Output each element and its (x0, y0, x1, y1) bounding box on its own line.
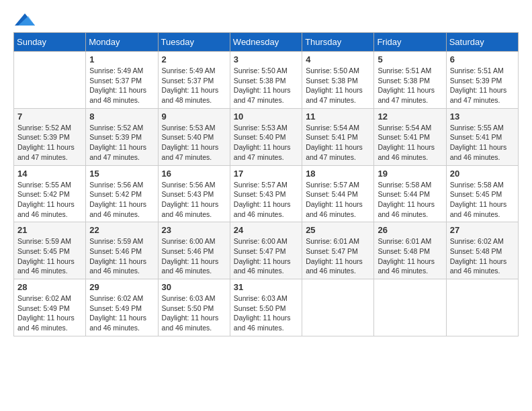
day-number: 31 (234, 282, 298, 292)
calendar-week-4: 21Sunrise: 5:59 AMSunset: 5:45 PMDayligh… (14, 222, 519, 279)
day-number: 9 (162, 111, 226, 122)
day-header-friday: Friday (374, 33, 446, 52)
calendar-cell: 12Sunrise: 5:54 AMSunset: 5:41 PMDayligh… (374, 108, 446, 165)
calendar-cell: 5Sunrise: 5:51 AMSunset: 5:38 PMDaylight… (374, 52, 446, 109)
calendar-cell: 19Sunrise: 5:58 AMSunset: 5:44 PMDayligh… (374, 165, 446, 222)
calendar-cell: 15Sunrise: 5:56 AMSunset: 5:42 PMDayligh… (86, 165, 158, 222)
calendar-cell: 11Sunrise: 5:54 AMSunset: 5:41 PMDayligh… (302, 108, 374, 165)
day-info: Sunrise: 6:00 AMSunset: 5:47 PMDaylight:… (234, 236, 298, 276)
day-number: 23 (162, 225, 226, 235)
day-info: Sunrise: 5:57 AMSunset: 5:44 PMDaylight:… (306, 180, 370, 220)
day-info: Sunrise: 5:56 AMSunset: 5:43 PMDaylight:… (162, 180, 226, 220)
calendar-cell: 21Sunrise: 5:59 AMSunset: 5:45 PMDayligh… (14, 222, 86, 279)
calendar-cell: 28Sunrise: 6:02 AMSunset: 5:49 PMDayligh… (14, 279, 86, 336)
day-info: Sunrise: 5:51 AMSunset: 5:39 PMDaylight:… (450, 66, 515, 105)
day-number: 27 (450, 225, 515, 235)
calendar-week-3: 14Sunrise: 5:55 AMSunset: 5:42 PMDayligh… (14, 165, 519, 222)
calendar-cell: 23Sunrise: 6:00 AMSunset: 5:46 PMDayligh… (158, 222, 230, 279)
calendar-cell: 26Sunrise: 6:01 AMSunset: 5:48 PMDayligh… (374, 222, 446, 279)
calendar-cell: 7Sunrise: 5:52 AMSunset: 5:39 PMDaylight… (14, 108, 86, 165)
day-number: 15 (89, 169, 154, 179)
logo-icon (15, 13, 35, 26)
day-number: 28 (17, 282, 82, 292)
day-number: 3 (234, 54, 298, 64)
calendar-cell: 18Sunrise: 5:57 AMSunset: 5:44 PMDayligh… (302, 165, 374, 222)
day-number: 17 (234, 169, 298, 179)
logo (13, 13, 35, 26)
calendar-cell: 1Sunrise: 5:49 AMSunset: 5:37 PMDaylight… (86, 52, 158, 109)
day-number: 14 (17, 169, 82, 179)
day-info: Sunrise: 5:53 AMSunset: 5:40 PMDaylight:… (234, 123, 298, 163)
day-info: Sunrise: 5:58 AMSunset: 5:45 PMDaylight:… (450, 180, 515, 220)
day-info: Sunrise: 5:55 AMSunset: 5:41 PMDaylight:… (450, 123, 515, 163)
calendar: SundayMondayTuesdayWednesdayThursdayFrid… (13, 32, 519, 336)
day-number: 13 (450, 111, 515, 122)
day-number: 4 (306, 54, 370, 64)
day-number: 18 (306, 169, 370, 179)
calendar-cell: 3Sunrise: 5:50 AMSunset: 5:38 PMDaylight… (230, 52, 302, 109)
day-number: 24 (234, 225, 298, 235)
day-info: Sunrise: 5:55 AMSunset: 5:42 PMDaylight:… (17, 180, 82, 220)
day-info: Sunrise: 5:52 AMSunset: 5:39 PMDaylight:… (89, 123, 154, 163)
day-info: Sunrise: 5:51 AMSunset: 5:38 PMDaylight:… (378, 66, 442, 105)
day-number: 26 (378, 225, 442, 235)
day-number: 11 (306, 111, 370, 122)
calendar-cell: 27Sunrise: 6:02 AMSunset: 5:48 PMDayligh… (446, 222, 518, 279)
day-info: Sunrise: 5:57 AMSunset: 5:43 PMDaylight:… (234, 180, 298, 220)
calendar-cell: 14Sunrise: 5:55 AMSunset: 5:42 PMDayligh… (14, 165, 86, 222)
day-header-thursday: Thursday (302, 33, 374, 52)
day-number: 21 (17, 225, 82, 235)
day-number: 10 (234, 111, 298, 122)
day-info: Sunrise: 6:02 AMSunset: 5:49 PMDaylight:… (89, 293, 154, 333)
day-number: 1 (89, 54, 154, 64)
day-info: Sunrise: 5:53 AMSunset: 5:40 PMDaylight:… (162, 123, 226, 163)
calendar-cell: 9Sunrise: 5:53 AMSunset: 5:40 PMDaylight… (158, 108, 230, 165)
day-header-monday: Monday (86, 33, 158, 52)
calendar-cell: 31Sunrise: 6:03 AMSunset: 5:50 PMDayligh… (230, 279, 302, 336)
calendar-cell: 22Sunrise: 5:59 AMSunset: 5:46 PMDayligh… (86, 222, 158, 279)
day-header-wednesday: Wednesday (230, 33, 302, 52)
calendar-cell: 29Sunrise: 6:02 AMSunset: 5:49 PMDayligh… (86, 279, 158, 336)
calendar-cell: 4Sunrise: 5:50 AMSunset: 5:38 PMDaylight… (302, 52, 374, 109)
day-number: 25 (306, 225, 370, 235)
day-header-saturday: Saturday (446, 33, 518, 52)
calendar-cell (302, 279, 374, 336)
calendar-cell: 8Sunrise: 5:52 AMSunset: 5:39 PMDaylight… (86, 108, 158, 165)
calendar-cell (374, 279, 446, 336)
calendar-week-2: 7Sunrise: 5:52 AMSunset: 5:39 PMDaylight… (14, 108, 519, 165)
calendar-cell: 25Sunrise: 6:01 AMSunset: 5:47 PMDayligh… (302, 222, 374, 279)
day-number: 20 (450, 169, 515, 179)
calendar-cell: 2Sunrise: 5:49 AMSunset: 5:37 PMDaylight… (158, 52, 230, 109)
day-info: Sunrise: 5:59 AMSunset: 5:45 PMDaylight:… (17, 236, 82, 276)
calendar-cell: 13Sunrise: 5:55 AMSunset: 5:41 PMDayligh… (446, 108, 518, 165)
day-number: 7 (17, 111, 82, 122)
calendar-cell: 30Sunrise: 6:03 AMSunset: 5:50 PMDayligh… (158, 279, 230, 336)
day-info: Sunrise: 6:00 AMSunset: 5:46 PMDaylight:… (162, 236, 226, 276)
day-number: 29 (89, 282, 154, 292)
day-info: Sunrise: 5:50 AMSunset: 5:38 PMDaylight:… (306, 66, 370, 105)
day-number: 16 (162, 169, 226, 179)
day-number: 19 (378, 169, 442, 179)
day-number: 6 (450, 54, 515, 64)
day-info: Sunrise: 6:02 AMSunset: 5:49 PMDaylight:… (17, 293, 82, 333)
day-number: 5 (378, 54, 442, 64)
day-header-tuesday: Tuesday (158, 33, 230, 52)
calendar-cell: 10Sunrise: 5:53 AMSunset: 5:40 PMDayligh… (230, 108, 302, 165)
day-number: 12 (378, 111, 442, 122)
calendar-cell (14, 52, 86, 109)
header (13, 13, 519, 26)
calendar-week-5: 28Sunrise: 6:02 AMSunset: 5:49 PMDayligh… (14, 279, 519, 336)
day-info: Sunrise: 5:54 AMSunset: 5:41 PMDaylight:… (378, 123, 442, 163)
day-number: 2 (162, 54, 226, 64)
day-info: Sunrise: 5:50 AMSunset: 5:38 PMDaylight:… (234, 66, 298, 105)
day-header-sunday: Sunday (14, 33, 86, 52)
calendar-cell: 24Sunrise: 6:00 AMSunset: 5:47 PMDayligh… (230, 222, 302, 279)
day-info: Sunrise: 5:52 AMSunset: 5:39 PMDaylight:… (17, 123, 82, 163)
calendar-cell: 16Sunrise: 5:56 AMSunset: 5:43 PMDayligh… (158, 165, 230, 222)
day-header-row: SundayMondayTuesdayWednesdayThursdayFrid… (14, 33, 519, 52)
calendar-week-1: 1Sunrise: 5:49 AMSunset: 5:37 PMDaylight… (14, 52, 519, 109)
calendar-cell (446, 279, 518, 336)
day-info: Sunrise: 5:49 AMSunset: 5:37 PMDaylight:… (89, 66, 154, 105)
day-number: 8 (89, 111, 154, 122)
day-info: Sunrise: 5:56 AMSunset: 5:42 PMDaylight:… (89, 180, 154, 220)
